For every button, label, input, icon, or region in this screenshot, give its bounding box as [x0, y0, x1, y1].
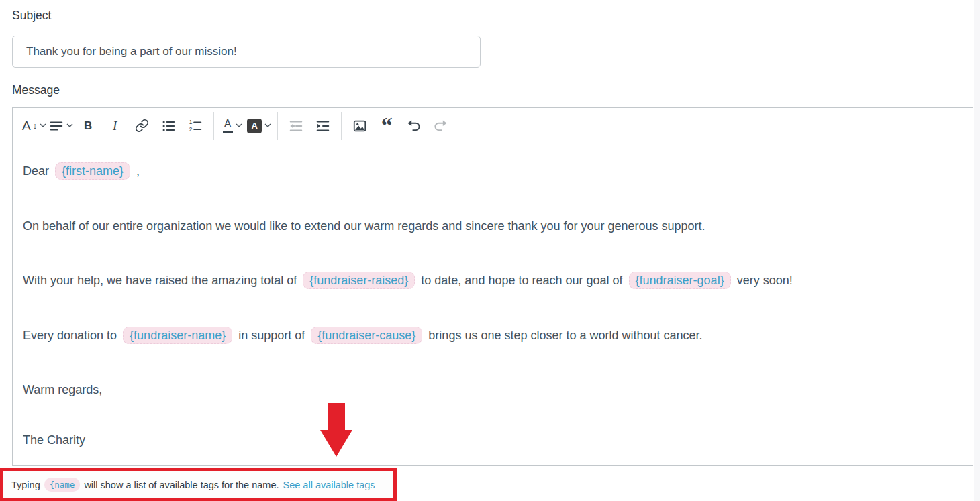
block-quote-button[interactable]: “ — [373, 113, 400, 140]
font-color-button[interactable]: A — [219, 113, 246, 140]
italic-icon: I — [113, 119, 117, 132]
subject-label: Subject — [12, 9, 51, 23]
merge-tag-first-name[interactable]: {first-name} — [55, 162, 130, 180]
text-run: Warm regards, — [23, 383, 102, 396]
bold-icon: B — [84, 120, 92, 131]
numbered-list-icon: 1 2 — [188, 119, 203, 133]
merge-tag-fundraiser-name[interactable]: {fundraiser-name} — [123, 327, 232, 344]
message-body[interactable]: Dear {first-name} , On behalf of our ent… — [13, 144, 973, 447]
font-size-icon: A — [22, 119, 31, 132]
red-down-arrow-annotation — [320, 403, 352, 457]
text-alignment-icon — [49, 119, 64, 133]
outdent-button[interactable] — [283, 113, 309, 140]
hint-tag-example: {name — [44, 478, 81, 492]
see-all-available-tags-link[interactable]: See all available tags — [283, 480, 375, 490]
font-size-button[interactable]: A ↕ — [21, 113, 48, 140]
link-button[interactable] — [128, 113, 155, 140]
paragraph-thanks: On behalf of our entire organization we … — [23, 219, 963, 234]
editor-toolbar: A ↕ B I — [13, 108, 973, 144]
text-run: in support of — [235, 329, 308, 342]
text-run: Every donation to — [23, 329, 120, 342]
indent-button[interactable] — [309, 113, 336, 140]
text-run: On behalf of our entire organization we … — [23, 219, 705, 233]
block-quote-icon: “ — [381, 121, 393, 131]
paragraph-greeting: Dear {first-name} , — [23, 164, 963, 179]
hint-prefix: Typing — [11, 480, 40, 490]
text-run: to date, and hope to reach our goal of — [418, 274, 626, 287]
text-run: brings us one step closer to a world wit… — [425, 329, 702, 342]
tag-hint-callout: Typing {name will show a list of availab… — [0, 468, 397, 501]
redo-button[interactable] — [427, 113, 454, 140]
text-run: The Charity — [23, 433, 85, 447]
paragraph-signature: The Charity — [23, 433, 963, 448]
bulleted-list-button[interactable] — [155, 113, 182, 140]
merge-tag-fundraiser-raised[interactable]: {fundraiser-raised} — [303, 272, 415, 289]
numbered-list-button[interactable]: 1 2 — [182, 113, 209, 140]
subject-input[interactable] — [12, 36, 481, 68]
bulleted-list-icon — [161, 119, 176, 133]
email-editor-page: Subject Message A ↕ B I — [0, 0, 980, 501]
paragraph-signoff: Warm regards, — [23, 382, 963, 398]
text-run: With your help, we have raised the amazi… — [23, 274, 300, 287]
indent-icon — [315, 119, 330, 133]
chevron-down-icon — [236, 123, 242, 128]
font-size-updown-icon: ↕ — [33, 121, 38, 130]
insert-image-button[interactable] — [346, 113, 373, 140]
redo-icon — [433, 119, 448, 133]
background-color-button[interactable]: A — [246, 113, 273, 140]
undo-button[interactable] — [400, 113, 427, 140]
paragraph-progress: With your help, we have raised the amazi… — [23, 273, 963, 288]
svg-text:1: 1 — [189, 119, 193, 125]
toolbar-separator — [277, 112, 278, 140]
text-run: , — [133, 164, 140, 178]
page-edge — [974, 0, 980, 501]
text-alignment-button[interactable] — [48, 113, 75, 140]
outdent-icon — [289, 119, 303, 133]
insert-image-icon — [352, 119, 367, 133]
text-run: very soon! — [734, 274, 793, 287]
font-color-icon: A — [223, 119, 233, 133]
hint-text: will show a list of available tags for t… — [84, 480, 279, 490]
chevron-down-icon — [66, 123, 73, 128]
svg-text:2: 2 — [189, 126, 193, 132]
message-editor: A ↕ B I — [12, 107, 973, 466]
toolbar-separator — [213, 112, 214, 140]
undo-icon — [406, 119, 422, 133]
chevron-down-icon — [264, 123, 271, 128]
message-label: Message — [12, 83, 60, 97]
toolbar-separator — [341, 112, 342, 140]
merge-tag-fundraiser-goal[interactable]: {fundraiser-goal} — [629, 272, 731, 289]
merge-tag-fundraiser-cause[interactable]: {fundraiser-cause} — [311, 327, 422, 344]
italic-button[interactable]: I — [101, 113, 128, 140]
link-icon — [135, 119, 149, 133]
background-color-icon: A — [247, 119, 262, 133]
text-run: Dear — [23, 164, 52, 178]
bold-button[interactable]: B — [75, 113, 101, 140]
chevron-down-icon — [40, 123, 46, 128]
paragraph-impact: Every donation to {fundraiser-name} in s… — [23, 328, 963, 343]
